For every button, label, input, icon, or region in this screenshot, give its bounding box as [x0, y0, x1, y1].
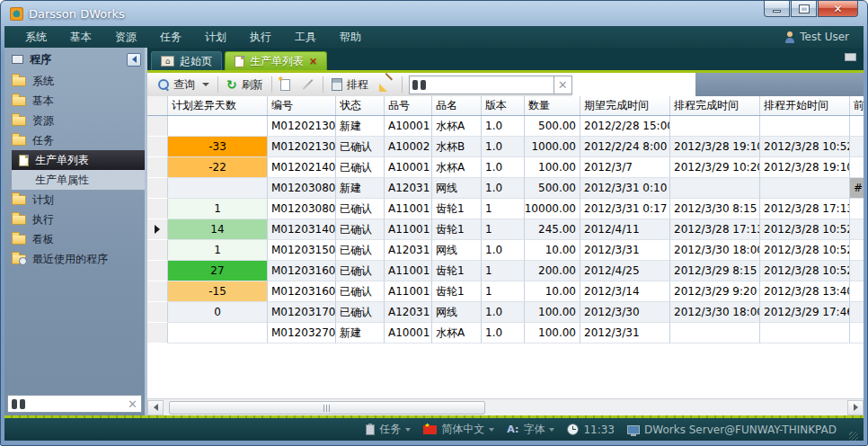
column-header-qty[interactable]: 数量 — [525, 96, 580, 115]
table-row[interactable]: -15M012031602已确认A11001齿轮1110.002012/3/14… — [147, 281, 864, 302]
column-header-status[interactable]: 状态 — [336, 96, 385, 115]
query-dropdown-icon[interactable] — [202, 83, 209, 86]
column-header-sched_start[interactable]: 排程开始时间 — [760, 96, 850, 115]
search-clear-button[interactable]: ✕ — [554, 76, 572, 94]
cell-qty: 500.00 — [525, 178, 580, 199]
menu-item-1[interactable]: 系统 — [13, 30, 58, 45]
sidebar-title: 程序 — [30, 52, 51, 67]
cell-code: M012021302 — [268, 137, 336, 157]
menu-item-4[interactable]: 任务 — [148, 30, 193, 45]
row-indicator-cell — [147, 261, 168, 281]
cell-due: 2012/4/25 — [580, 261, 670, 281]
column-header-name[interactable]: 品名 — [432, 96, 482, 115]
cell-sched_end: 2012/3/29 8:15 — [670, 261, 760, 281]
font-icon: A: — [507, 424, 518, 435]
cell-extra — [850, 219, 864, 240]
query-button[interactable]: 查询 — [153, 75, 215, 94]
close-button[interactable]: ✕ — [818, 1, 858, 17]
status-time: 11:33 — [583, 424, 615, 436]
column-header-version[interactable]: 版本 — [482, 96, 525, 115]
resize-grip[interactable] — [849, 432, 858, 441]
menu-item-3[interactable]: 资源 — [103, 30, 148, 45]
edit-button[interactable] — [296, 75, 320, 94]
cell-code: M012031402 — [268, 219, 336, 240]
cell-code: M012031701 — [268, 302, 336, 323]
sidebar-item[interactable]: 执行 — [4, 210, 145, 229]
cell-name: 网线 — [432, 302, 482, 323]
scroll-left-button[interactable] — [147, 400, 164, 415]
column-header-item[interactable]: 品号 — [385, 96, 432, 115]
refresh-button[interactable]: ↻ 刷新 — [221, 75, 269, 94]
column-header-code[interactable]: 编号 — [268, 96, 336, 115]
status-language-menu[interactable]: 简体中文 — [423, 422, 494, 437]
table-row[interactable]: 14M012031402已确认A11001齿轮11245.002012/4/11… — [147, 219, 864, 240]
refresh-label: 刷新 — [242, 77, 263, 93]
toolbar-search-box — [409, 76, 554, 94]
table-row[interactable]: M012032701新建A10001水杯A1.0100.002012/3/31 — [147, 323, 864, 343]
status-server-label: DWorks Server@FUNWAY-THINKPAD — [644, 424, 837, 436]
menu-item-7[interactable]: 工具 — [283, 30, 328, 45]
schedule-label: 排程 — [347, 77, 368, 93]
status-font-menu[interactable]: A: 字体 — [507, 422, 554, 437]
row-indicator-cell — [147, 199, 168, 219]
menu-item-6[interactable]: 执行 — [238, 30, 283, 45]
horizontal-scrollbar[interactable] — [147, 398, 864, 415]
sidebar-item[interactable]: 计划 — [4, 190, 145, 210]
sidebar-collapse-button[interactable] — [127, 53, 141, 67]
column-header-due[interactable]: 期望完成时间 — [580, 96, 670, 115]
refresh-icon: ↻ — [226, 78, 237, 91]
menu-item-2[interactable]: 基本 — [58, 30, 103, 45]
sidebar-item[interactable]: 生产单列表 — [12, 150, 145, 170]
toolbar-search-input[interactable] — [426, 78, 551, 91]
sidebar-search-input[interactable] — [25, 397, 76, 411]
cell-code: M012021401 — [268, 157, 336, 178]
table-row[interactable]: -22M012021401已确认A10001水杯A1.0100.002012/3… — [147, 157, 864, 178]
table-row[interactable]: 1M012030802已确认A11001齿轮1110000.002012/3/3… — [147, 199, 864, 219]
sidebar-item[interactable]: 资源 — [4, 111, 145, 130]
sidebar-item[interactable]: 生产单属性 — [12, 170, 145, 190]
cell-status: 已确认 — [336, 137, 385, 157]
sidebar-search-box: ✕ — [7, 395, 142, 413]
new-button[interactable] — [275, 75, 296, 94]
tab-list-icon[interactable] — [845, 53, 856, 61]
table-row[interactable]: -33M012021302已确认A10002水杯B1.01000.002012/… — [147, 137, 864, 157]
table-row[interactable]: M012030801新建A12031网线1.0500.002012/3/31 0… — [147, 178, 864, 199]
cell-code: M012030801 — [268, 178, 336, 199]
tab-close-icon[interactable]: ✕ — [309, 57, 317, 67]
sidebar-item[interactable]: 基本 — [4, 91, 145, 111]
column-header-sched_end[interactable]: 排程完成时间 — [670, 96, 760, 115]
scroll-right-button[interactable] — [847, 400, 864, 415]
cell-extra — [850, 116, 864, 137]
china-flag-icon — [423, 425, 437, 434]
cell-item: A12031 — [385, 240, 432, 261]
cell-diff: -33 — [168, 137, 268, 157]
sidebar-item[interactable]: 任务 — [4, 130, 145, 150]
schedule-button[interactable]: 排程 — [326, 75, 374, 94]
cell-due: 2012/3/30 — [580, 302, 670, 323]
sidebar-item[interactable]: 看板 — [4, 229, 145, 249]
cell-sched_start: 2012/3/28 10:52 — [760, 137, 850, 157]
tab-start-page[interactable]: ⌂ 起始页 — [151, 51, 222, 70]
menu-item-5[interactable]: 计划 — [193, 30, 238, 45]
scrollbar-thumb[interactable] — [169, 401, 485, 415]
status-task-menu[interactable]: 任务 — [366, 422, 411, 437]
maximize-button[interactable] — [791, 1, 817, 17]
cell-sched_start: 2012/3/29 17:46 — [760, 302, 850, 323]
table-row[interactable]: M012021301新建A10001水杯A1.0500.002012/2/28 … — [147, 116, 864, 137]
tab-production-order-list[interactable]: 生产单列表 ✕ — [225, 51, 327, 70]
table-row[interactable]: 0M012031701已确认A12031网线1.0100.002012/3/30… — [147, 302, 864, 323]
column-header-diff[interactable]: 计划差异天数 — [168, 96, 268, 115]
column-header-extra[interactable]: 前 — [850, 96, 864, 115]
status-task-label: 任务 — [379, 422, 401, 437]
table-row[interactable]: 1M012031501已确认A12031网线1.010.002012/3/312… — [147, 240, 864, 261]
sidebar-item[interactable]: 最近使用的程序 — [4, 249, 145, 269]
sidebar-search-clear-icon[interactable]: ✕ — [128, 398, 137, 410]
cell-due: 2012/3/7 — [580, 157, 670, 178]
menu-item-8[interactable]: 帮助 — [328, 30, 373, 45]
cell-sched_start: 2012/3/28 17:13 — [760, 199, 850, 219]
sidebar-item[interactable]: 系统 — [4, 71, 145, 91]
table-row[interactable]: 27M012031601已确认A11001齿轮11200.002012/4/25… — [147, 261, 864, 281]
minimize-button[interactable] — [764, 1, 790, 17]
clean-button[interactable] — [374, 75, 399, 94]
status-language-label: 简体中文 — [441, 422, 484, 437]
